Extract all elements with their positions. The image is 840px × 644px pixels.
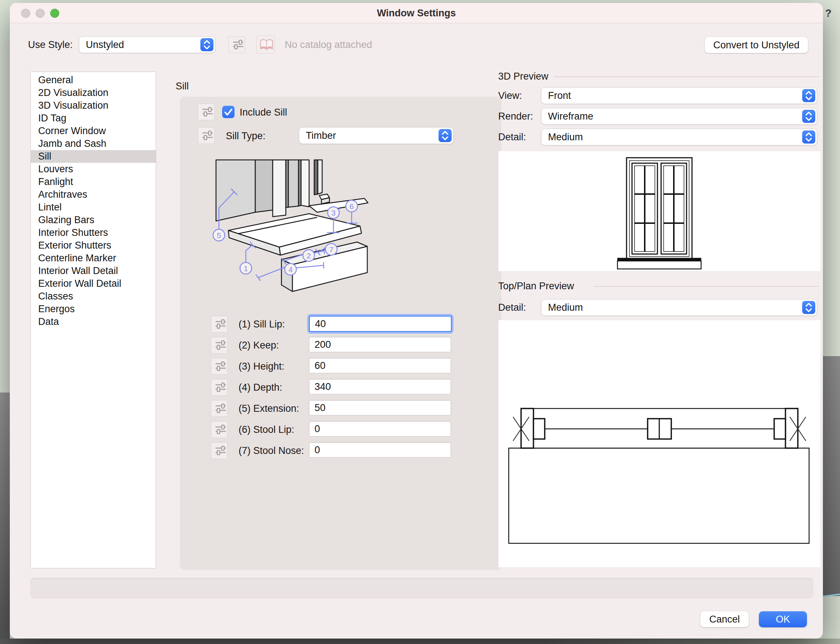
depth-input[interactable] [309,379,451,394]
popup-stepper-icon[interactable] [802,301,815,314]
sidebar-item-exterior-shutters[interactable]: Exterior Shutters [31,239,156,252]
sidebar-item-general[interactable]: General [31,74,156,87]
sidebar-item-interior-shutters[interactable]: Interior Shutters [31,227,156,239]
detail-3d-popup[interactable]: Medium [541,129,817,145]
use-style-popup[interactable]: Unstyled [79,36,215,53]
sidebar-item-sill[interactable]: Sill [31,150,156,163]
view-popup[interactable]: Front [541,87,817,104]
use-style-label: Use Style: [28,39,73,51]
sliders-icon [214,422,228,437]
svg-text:4: 4 [288,265,293,274]
stool-nose-style-button[interactable] [211,442,227,459]
sidebar-item-classes[interactable]: Classes [31,290,156,303]
ok-button[interactable]: OK [759,611,807,627]
stool-nose-input[interactable] [309,442,451,458]
keep-input[interactable] [309,337,451,352]
open-book-icon [259,38,274,51]
check-icon [222,106,234,118]
popup-stepper-icon[interactable] [802,110,815,123]
canvas-background-sage [823,596,840,644]
sill-lip-label: (1) Sill Lip: [239,319,285,330]
sidebar-item-fanlight[interactable]: Fanlight [31,176,156,188]
preview-3d-viewport[interactable] [498,151,821,271]
catalog-book-button [256,36,275,54]
sliders-icon [214,380,228,394]
include-sill-checkbox[interactable] [222,106,234,118]
window-settings-dialog: Window Settings ? Use Style: Unstyled No… [10,3,823,639]
detail-plan-popup[interactable]: Medium [541,299,817,316]
help-icon[interactable]: ? [825,7,832,19]
render-popup[interactable]: Wireframe [541,108,817,125]
depth-label: (4) Depth: [239,382,282,393]
sidebar-item-data[interactable]: Data [31,315,156,328]
style-options-button[interactable] [228,36,245,53]
stool-lip-input[interactable] [309,421,451,437]
sill-lip-input[interactable] [309,316,451,332]
popup-stepper-icon[interactable] [802,89,815,102]
status-message-area [31,578,813,598]
sidebar-item-interior-wall-detail[interactable]: Interior Wall Detail [31,264,156,277]
sidebar-item-louvers[interactable]: Louvers [31,163,156,176]
canvas-background-left [0,393,10,644]
preview-3d-title: 3D Preview [498,71,548,82]
view-label: View: [498,90,522,102]
svg-text:1: 1 [244,264,248,273]
sliders-icon [214,338,228,352]
sidebar-item-glazing-bars[interactable]: Glazing Bars [31,214,156,227]
extension-input[interactable] [309,400,451,416]
preview-plan-title: Top/Plan Preview [498,281,574,292]
extension-label: (5) Extension: [239,403,299,414]
svg-text:5: 5 [217,231,221,240]
sidebar-item-lintel[interactable]: Lintel [31,201,156,214]
sidebar-item-exterior-wall-detail[interactable]: Exterior Wall Detail [31,277,156,290]
stool-lip-style-button[interactable] [211,421,227,438]
render-label: Render: [498,111,533,122]
extension-style-button[interactable] [211,400,227,417]
sliders-icon [200,128,215,143]
sidebar-item-architraves[interactable]: Architraves [31,188,156,201]
height-style-button[interactable] [211,358,227,375]
sill-section-title: Sill [176,80,189,92]
canvas-background-bottom [0,639,840,644]
cancel-button[interactable]: Cancel [700,611,749,627]
sidebar-item-centerline-marker[interactable]: Centerline Marker [31,252,156,264]
height-label: (3) Height: [239,361,284,372]
sliders-icon [214,359,228,373]
preview-plan-viewport[interactable] [498,320,821,568]
sidebar-item-3d-visualization[interactable]: 3D Visualization [31,99,156,112]
sliders-icon [214,317,228,331]
svg-text:6: 6 [349,202,354,210]
depth-style-button[interactable] [211,379,227,396]
sliders-icon [231,37,245,52]
canvas-background-right [823,356,840,596]
settings-category-list[interactable]: General 2D Visualization 3D Visualizatio… [31,72,156,568]
sill-type-popup[interactable]: Timber [299,127,453,144]
convert-to-unstyled-button[interactable]: Convert to Unstyled [705,37,808,53]
keep-label: (2) Keep: [239,340,279,351]
detail-3d-label: Detail: [498,131,526,143]
include-sill-label[interactable]: Include Sill [240,107,287,118]
keep-style-button[interactable] [211,337,227,353]
sidebar-item-energos[interactable]: Energos [31,303,156,315]
sill-panel: Include Sill Sill Type: Timber [180,97,501,570]
stool-nose-label: (7) Stool Nose: [239,445,304,457]
sidebar-item-jamb-and-sash[interactable]: Jamb and Sash [31,137,156,150]
sliders-icon [214,401,228,416]
sill-type-label: Sill Type: [226,130,265,142]
include-sill-style-button[interactable] [198,104,214,120]
popup-stepper-icon[interactable] [200,38,214,51]
height-input[interactable] [309,358,451,373]
svg-text:3: 3 [331,209,336,217]
sill-type-style-button[interactable] [198,127,214,144]
window-plan-drawing [499,320,820,567]
popup-stepper-icon[interactable] [438,129,451,142]
sidebar-item-2d-visualization[interactable]: 2D Visualization [31,87,156,99]
sill-lip-style-button[interactable] [211,316,227,332]
title-bar[interactable]: Window Settings ? [10,3,823,23]
sidebar-item-corner-window[interactable]: Corner Window [31,125,156,137]
sliders-icon [214,443,228,458]
sill-diagram: 1 2 3 4 5 6 7 [197,159,386,304]
popup-stepper-icon[interactable] [802,130,815,143]
window-wireframe-front [499,151,820,271]
sidebar-item-id-tag[interactable]: ID Tag [31,112,156,125]
